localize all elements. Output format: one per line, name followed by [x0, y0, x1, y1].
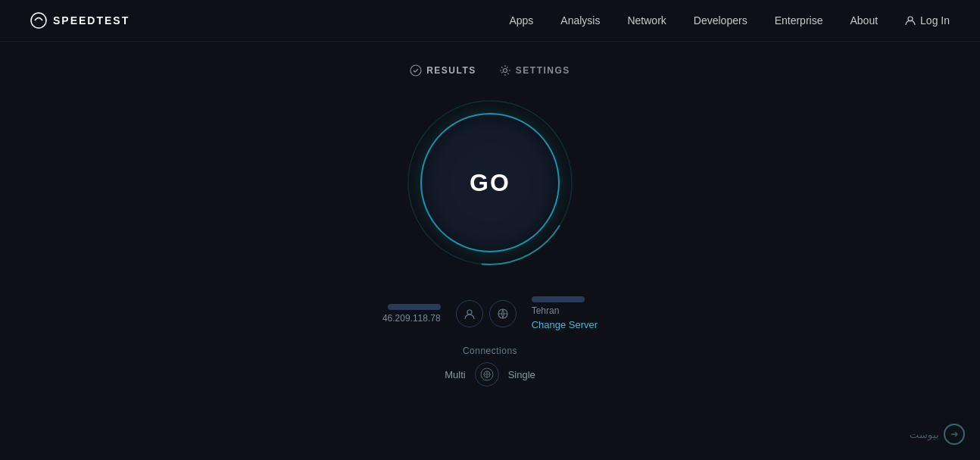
- speedtest-circle-container: GO: [407, 99, 573, 266]
- globe-circle-icon: [489, 300, 517, 327]
- connections-section: Connections Multi Single: [445, 346, 535, 386]
- isp-section: 46.209.118.78: [382, 304, 441, 324]
- nav-enterprise[interactable]: Enterprise: [775, 14, 823, 27]
- checkmark-icon: [410, 64, 422, 77]
- login-label: Log In: [920, 14, 950, 27]
- nav-developers[interactable]: Developers: [694, 14, 747, 27]
- svg-point-0: [31, 13, 46, 28]
- settings-label: SETTINGS: [516, 65, 570, 76]
- nav-about[interactable]: About: [850, 14, 878, 27]
- arrow-icon: [949, 429, 960, 440]
- logo[interactable]: SPEEDTEST: [30, 12, 130, 29]
- svg-point-6: [467, 310, 472, 314]
- main-nav: Apps Analysis Network Developers Enterpr…: [509, 14, 950, 27]
- connections-label: Connections: [463, 346, 517, 356]
- gear-icon: [499, 64, 511, 77]
- change-server-button[interactable]: Change Server: [532, 319, 598, 330]
- isp-ip: 46.209.118.78: [382, 313, 441, 324]
- connections-icon[interactable]: [475, 362, 499, 386]
- tab-results[interactable]: RESULTS: [410, 64, 476, 77]
- main-content: RESULTS SETTINGS GO 46.209.118.78: [0, 42, 980, 386]
- go-label: GO: [470, 169, 510, 197]
- server-location: Tehran: [532, 305, 560, 316]
- server-info-row: 46.209.118.78 Tehran Change Se: [382, 296, 598, 330]
- nav-apps[interactable]: Apps: [509, 14, 533, 27]
- globe-icon: [497, 308, 509, 320]
- server-section: Tehran Change Server: [532, 296, 598, 330]
- nav-network[interactable]: Network: [627, 14, 666, 27]
- go-button[interactable]: GO: [420, 113, 560, 252]
- bottom-logo-circle-icon: [944, 424, 965, 445]
- svg-point-2: [410, 65, 421, 76]
- person-icon: [463, 308, 476, 320]
- results-label: RESULTS: [426, 65, 476, 76]
- user-icon: [905, 15, 916, 26]
- center-icons: [456, 300, 517, 327]
- logo-text: SPEEDTEST: [53, 14, 130, 27]
- tab-settings[interactable]: SETTINGS: [499, 64, 570, 77]
- connections-toggle: Multi Single: [445, 362, 535, 386]
- nav-analysis[interactable]: Analysis: [560, 14, 600, 27]
- user-circle-icon: [456, 300, 483, 327]
- isp-bar: [388, 304, 441, 310]
- header: SPEEDTEST Apps Analysis Network Develope…: [0, 0, 980, 42]
- svg-point-3: [503, 69, 507, 73]
- connections-toggle-icon: [480, 368, 494, 381]
- bottom-logo-text: بیوست: [910, 429, 939, 440]
- speedtest-logo-icon: [30, 12, 47, 29]
- login-button[interactable]: Log In: [905, 14, 950, 27]
- bottom-logo: بیوست: [910, 424, 965, 445]
- multi-option[interactable]: Multi: [445, 369, 465, 380]
- server-bar: [532, 296, 585, 302]
- tabs-bar: RESULTS SETTINGS: [410, 64, 570, 77]
- single-option[interactable]: Single: [508, 369, 535, 380]
